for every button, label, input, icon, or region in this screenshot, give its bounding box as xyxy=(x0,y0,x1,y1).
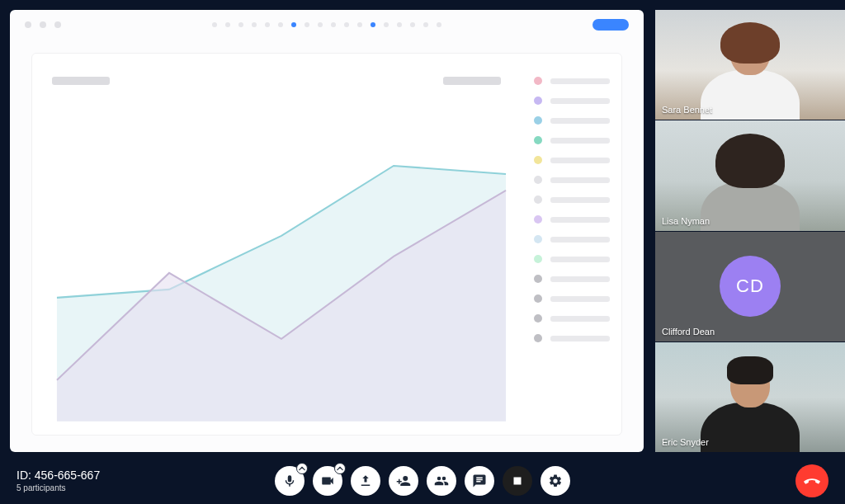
legend-item xyxy=(534,176,610,184)
phone-hangup-icon xyxy=(803,472,821,490)
legend-label-placeholder xyxy=(550,158,610,163)
mic-button[interactable] xyxy=(275,466,304,496)
legend-swatch xyxy=(534,156,542,164)
legend-swatch xyxy=(534,195,542,204)
legend-item xyxy=(534,195,610,204)
presentation-action-button[interactable] xyxy=(592,19,629,31)
legend-label-placeholder xyxy=(550,177,610,183)
chart-title-placeholder xyxy=(52,77,110,85)
legend-label-placeholder xyxy=(550,276,610,282)
slide-nav-dot[interactable] xyxy=(410,22,415,27)
legend-item xyxy=(534,77,610,85)
area-chart xyxy=(52,85,511,426)
legend-item xyxy=(534,334,610,342)
legend-item xyxy=(534,136,610,144)
legend-label-placeholder xyxy=(550,98,610,104)
participant-tile[interactable]: Eric Snyder xyxy=(655,341,845,452)
legend-item xyxy=(534,215,610,224)
chart-legend xyxy=(531,54,621,435)
legend-swatch xyxy=(534,334,542,342)
legend-label-placeholder xyxy=(550,78,610,84)
participant-name: Lisa Nyman xyxy=(662,216,710,226)
share-icon xyxy=(358,473,373,488)
add-person-icon xyxy=(396,473,411,488)
slide-nav-dot[interactable] xyxy=(371,22,375,27)
chevron-up-icon xyxy=(334,463,346,474)
legend-label-placeholder xyxy=(550,118,610,124)
legend-label-placeholder xyxy=(550,197,610,203)
people-icon xyxy=(434,473,449,488)
legend-label-placeholder xyxy=(550,336,610,341)
meeting-meta: ID: 456-665-667 5 participants xyxy=(17,469,100,493)
mic-icon xyxy=(282,473,297,488)
legend-swatch xyxy=(534,275,542,283)
stop-share-button[interactable] xyxy=(503,466,532,496)
participant-name: Clifford Dean xyxy=(662,327,715,337)
slide-nav-dot[interactable] xyxy=(291,22,296,27)
legend-swatch xyxy=(534,97,542,105)
slide-nav-dot[interactable] xyxy=(252,22,257,27)
add-participant-button[interactable] xyxy=(389,466,418,496)
chat-icon xyxy=(472,473,487,488)
legend-label-placeholder xyxy=(550,257,610,262)
slide-nav-dot[interactable] xyxy=(238,22,243,27)
participant-tile[interactable]: Lisa Nyman xyxy=(655,120,845,230)
legend-item xyxy=(534,294,610,303)
legend-swatch xyxy=(534,294,542,303)
slide-nav-dot[interactable] xyxy=(318,22,323,27)
participants-button[interactable] xyxy=(427,466,456,496)
legend-item xyxy=(534,116,610,125)
settings-button[interactable] xyxy=(541,466,570,496)
camera-icon xyxy=(320,473,335,488)
slide-nav-dot[interactable] xyxy=(344,22,349,27)
person-silhouette xyxy=(701,31,800,120)
legend-item xyxy=(534,97,610,105)
legend-swatch xyxy=(534,116,542,125)
participant-name: Sara Bennet xyxy=(662,105,712,115)
slide-nav-dot[interactable] xyxy=(384,22,389,27)
slide-nav-dot[interactable] xyxy=(437,22,441,27)
window-dot xyxy=(25,21,31,28)
legend-swatch xyxy=(534,77,542,85)
legend-swatch xyxy=(534,255,542,263)
slide-nav-dot[interactable] xyxy=(225,22,230,27)
legend-swatch xyxy=(534,235,542,243)
legend-item xyxy=(534,255,610,263)
legend-swatch xyxy=(534,314,542,323)
window-dot xyxy=(54,21,61,28)
call-controls xyxy=(275,466,570,496)
slide-nav-dot[interactable] xyxy=(304,22,309,27)
chart-pane xyxy=(32,54,531,435)
legend-label-placeholder xyxy=(550,296,610,302)
slide-nav-dot[interactable] xyxy=(278,22,283,27)
legend-item xyxy=(534,235,610,243)
person-silhouette xyxy=(701,363,800,452)
hangup-button[interactable] xyxy=(795,464,828,497)
slide-nav-dot[interactable] xyxy=(423,22,428,27)
slide-nav-dot[interactable] xyxy=(212,22,217,27)
legend-item xyxy=(534,314,610,323)
chat-button[interactable] xyxy=(465,466,494,496)
legend-label-placeholder xyxy=(550,237,610,243)
slide-nav-dot[interactable] xyxy=(265,22,270,27)
participant-tile[interactable]: Sara Bennet xyxy=(655,10,845,120)
participant-count: 5 participants xyxy=(17,483,100,494)
slide-nav-dot[interactable] xyxy=(331,22,336,27)
share-button[interactable] xyxy=(351,466,380,496)
chart-title-placeholder xyxy=(443,77,501,85)
legend-label-placeholder xyxy=(550,316,610,322)
participant-tile[interactable]: CD Clifford Dean xyxy=(655,231,845,341)
camera-button[interactable] xyxy=(313,466,342,496)
legend-swatch xyxy=(534,136,542,144)
avatar-initials: CD xyxy=(720,256,781,317)
legend-label-placeholder xyxy=(550,138,610,144)
call-toolbar: ID: 456-665-667 5 participants xyxy=(0,458,845,504)
slide-nav-dot[interactable] xyxy=(397,22,402,27)
participant-strip: Sara Bennet Lisa Nyman CD Clifford Dean … xyxy=(655,10,845,452)
window-dot xyxy=(40,21,46,28)
slide-nav-dot[interactable] xyxy=(357,22,362,27)
legend-swatch xyxy=(534,215,542,224)
gear-icon xyxy=(548,473,563,488)
slide-nav-dots[interactable] xyxy=(69,22,584,27)
slide xyxy=(31,53,622,436)
